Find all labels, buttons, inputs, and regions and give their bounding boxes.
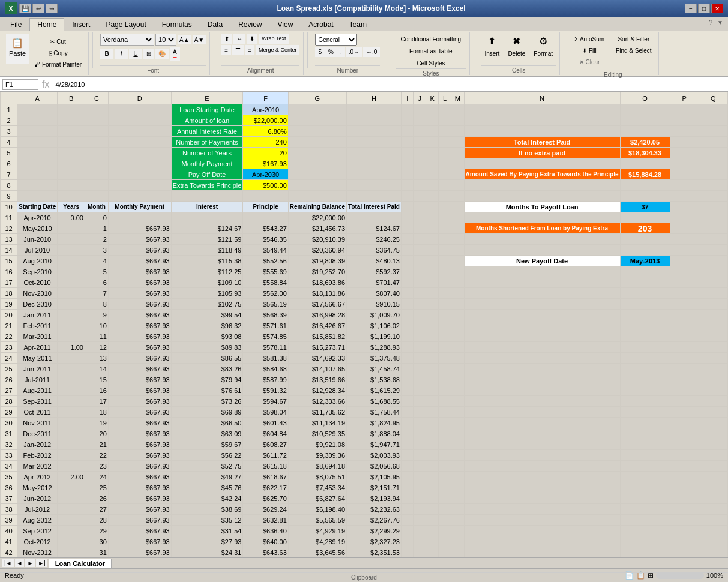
cell-o5[interactable]: $18,304.33 <box>620 148 670 158</box>
border-button[interactable]: ⊞ <box>143 49 154 59</box>
paste-button[interactable]: 📋 Paste <box>6 34 29 64</box>
align-bottom-button[interactable]: ⬇ <box>247 34 257 44</box>
cell-n5[interactable]: If no extra paid <box>464 148 620 158</box>
clear-button[interactable]: ✕ Clear <box>571 56 607 67</box>
row-header-6[interactable]: 6 <box>1 158 17 169</box>
help-icon[interactable]: ? <box>707 18 715 31</box>
col-header-c[interactable]: C <box>85 92 108 104</box>
cut-button[interactable]: ✂ Cut <box>31 36 85 47</box>
cell-n12[interactable]: Months Shortened From Loan by Paying Ext… <box>464 223 620 234</box>
cell-k1[interactable] <box>426 104 439 115</box>
sort-filter-button[interactable]: Sort & Filter <box>613 34 654 44</box>
fill-button[interactable]: ⬇ Fill <box>571 45 607 56</box>
number-format-select[interactable]: General <box>315 34 357 46</box>
col-header-i[interactable]: I <box>401 92 413 104</box>
col-header-k[interactable]: K <box>426 92 439 104</box>
cell-e1[interactable]: Loan Starting Date <box>171 104 243 115</box>
find-select-button[interactable]: Find & Select <box>613 45 654 56</box>
conditional-formatting-button[interactable]: Conditional Formatting <box>398 34 465 44</box>
align-middle-button[interactable]: ↔ <box>233 34 245 44</box>
col-header-p[interactable]: P <box>670 92 699 104</box>
cell-d1[interactable] <box>108 104 171 115</box>
cell-o1[interactable] <box>620 104 670 115</box>
cell-o7[interactable]: $15,884.28 <box>620 169 670 180</box>
row-header-3[interactable]: 3 <box>1 126 17 137</box>
font-color-button[interactable]: A▬ <box>170 47 180 61</box>
tab-insert[interactable]: Insert <box>64 18 98 31</box>
sheet-nav-next[interactable]: ► <box>25 559 35 567</box>
row-header-2[interactable]: 2 <box>1 115 17 126</box>
delete-button[interactable]: Delete <box>505 48 528 59</box>
col-header-f[interactable]: F <box>243 92 288 104</box>
col-header-n[interactable]: N <box>464 92 620 104</box>
autosum-button[interactable]: Σ AutoSum <box>571 34 607 44</box>
col-header-e[interactable]: E <box>171 92 243 104</box>
decrease-font-button[interactable]: A▼ <box>193 35 206 44</box>
align-center-button[interactable]: ☰ <box>232 45 244 55</box>
cell-b1[interactable] <box>58 104 85 115</box>
tab-home[interactable]: Home <box>29 18 64 31</box>
font-size-select[interactable]: 10 <box>155 34 176 46</box>
sheet-nav-last[interactable]: ►| <box>36 559 47 567</box>
cell-h1[interactable] <box>347 104 402 115</box>
sheet-tab-loan-calculator[interactable]: Loan Calculator <box>49 559 112 568</box>
currency-button[interactable]: $ <box>315 47 325 57</box>
col-header-l[interactable]: L <box>439 92 451 104</box>
cell-p1[interactable] <box>670 104 699 115</box>
increase-font-button[interactable]: A▲ <box>178 35 191 44</box>
cell-a1[interactable] <box>17 104 58 115</box>
underline-button[interactable]: U <box>129 49 142 59</box>
cell-j1[interactable] <box>414 104 426 115</box>
align-right-button[interactable]: ≡ <box>245 45 254 55</box>
cell-n1[interactable] <box>464 104 620 115</box>
col-header-m[interactable]: M <box>451 92 465 104</box>
cell-n4[interactable]: Total Interest Paid <box>464 137 620 148</box>
row-header-9[interactable]: 9 <box>1 191 17 202</box>
cell-f1[interactable]: Apr-2010 <box>243 104 288 115</box>
tab-data[interactable]: Data <box>200 18 230 31</box>
cell-l1[interactable] <box>439 104 451 115</box>
minimize-button[interactable]: − <box>685 4 697 13</box>
row-header-12[interactable]: 12 <box>1 223 17 234</box>
sheet-nav-first[interactable]: |◄ <box>2 559 14 567</box>
cell-styles-button[interactable]: Cell Styles <box>398 58 465 68</box>
fill-color-button[interactable]: 🎨 <box>155 49 169 59</box>
tab-view[interactable]: View <box>270 18 301 31</box>
cell-n15[interactable]: New Payoff Date <box>464 256 620 266</box>
row-header-8[interactable]: 8 <box>1 180 17 191</box>
cell-i1[interactable] <box>401 104 413 115</box>
row-header-5[interactable]: 5 <box>1 148 17 158</box>
merge-center-button[interactable]: Merge & Center <box>256 45 300 55</box>
redo-button[interactable]: ↪ <box>46 4 58 13</box>
col-header-d[interactable]: D <box>108 92 171 104</box>
cell-g1[interactable] <box>288 104 346 115</box>
cell-o15[interactable]: May-2013 <box>620 256 670 266</box>
formula-input[interactable] <box>53 79 726 90</box>
cell-o10[interactable]: 37 <box>620 202 670 212</box>
copy-button[interactable]: ⎘ Copy <box>31 47 85 58</box>
bold-button[interactable]: B <box>100 49 113 59</box>
cell-reference-box[interactable] <box>2 79 38 90</box>
wrap-text-button[interactable]: Wrap Text <box>259 34 289 44</box>
decrease-decimal-button[interactable]: ←.0 <box>363 47 380 57</box>
tab-file[interactable]: File <box>2 18 29 31</box>
row-header-10[interactable]: 10 <box>1 202 17 212</box>
col-header-b[interactable]: B <box>58 92 85 104</box>
row-header-7[interactable]: 7 <box>1 169 17 180</box>
grid-wrapper[interactable]: A B C D E F G H I J K L M N O <box>0 92 728 557</box>
col-header-g[interactable]: G <box>288 92 346 104</box>
font-name-select[interactable]: Verdana <box>100 34 154 46</box>
col-header-a[interactable]: A <box>17 92 58 104</box>
col-header-j[interactable]: J <box>414 92 426 104</box>
cell-o12[interactable]: 203 <box>620 223 670 234</box>
tab-page-layout[interactable]: Page Layout <box>98 18 154 31</box>
format-as-table-button[interactable]: Format as Table <box>398 46 465 56</box>
format-painter-button[interactable]: 🖌 Format Painter <box>31 59 85 70</box>
sheet-nav-prev[interactable]: ◄ <box>15 559 25 567</box>
format-button[interactable]: Format <box>531 48 556 59</box>
cell-c1[interactable] <box>85 104 108 115</box>
col-header-q[interactable]: Q <box>699 92 727 104</box>
ribbon-toggle[interactable]: ▼ <box>715 18 726 31</box>
percent-button[interactable]: % <box>325 47 337 57</box>
col-header-o[interactable]: O <box>620 92 670 104</box>
